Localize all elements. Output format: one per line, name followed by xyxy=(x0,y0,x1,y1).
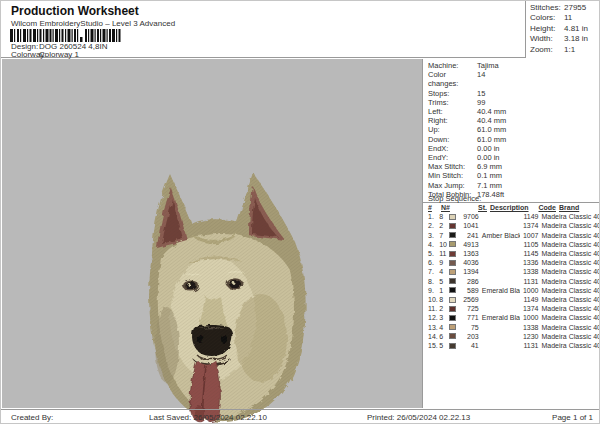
design-summary-box: Stitches:27955 Colors:11 Height:4.81 in … xyxy=(525,1,600,58)
thread-color-swatch xyxy=(449,324,456,330)
machine-info-row: Trims:99 xyxy=(428,98,600,107)
thread-color-swatch xyxy=(449,260,456,266)
thread-color-swatch xyxy=(449,232,456,238)
thread-color-swatch xyxy=(449,333,456,339)
machine-info-row: Right:40.4 mm xyxy=(428,116,600,125)
machine-info-row: Up:61.0 mm xyxy=(428,125,600,134)
thread-color-swatch xyxy=(449,223,456,229)
summary-row: Colors:11 xyxy=(530,13,600,23)
thread-color-swatch xyxy=(449,269,456,275)
thread-color-swatch xyxy=(449,315,456,321)
colorway-row: Colorway: Colorway 1 xyxy=(11,50,79,59)
header: Production Worksheet Wilcom EmbroiderySt… xyxy=(1,1,600,58)
stop-sequence-row: 8.52861131Madeira Classic 40 xyxy=(428,277,600,286)
stop-sequence-row: 7.413941338Madeira Classic 40 xyxy=(428,267,600,276)
stop-sequence-row: 10.825691149Madeira Classic 40 xyxy=(428,295,600,304)
thread-color-swatch xyxy=(449,287,456,293)
stop-sequence-row: 6.940361336Madeira Classic 40 xyxy=(428,258,600,267)
production-worksheet-page: Production Worksheet Wilcom EmbroiderySt… xyxy=(0,0,600,424)
thread-color-swatch xyxy=(449,251,456,257)
stop-sequence-row: 2.210411374Madeira Classic 40 xyxy=(428,221,600,230)
machine-info-row: EndX:0.00 in xyxy=(428,144,600,153)
thread-color-swatch xyxy=(449,306,456,312)
stop-sequence-row: 13.4751338Madeira Classic 40 xyxy=(428,323,600,332)
stop-sequence-row: 4.1049131105Madeira Classic 40 xyxy=(428,240,600,249)
production-details-panel: Machine:Tajima Color changes:14 Stops:15… xyxy=(422,59,600,408)
colorway-value: Colorway 1 xyxy=(39,50,79,59)
machine-info-row: Max Jump:7.1 mm xyxy=(428,181,600,190)
summary-row: Height:4.81 in xyxy=(530,24,600,34)
summary-row: Width:3.18 in xyxy=(530,34,600,44)
thread-color-swatch xyxy=(449,278,456,284)
embroidery-design-german-shepherd xyxy=(147,170,312,424)
page-title: Production Worksheet xyxy=(11,4,139,18)
summary-row: Stitches:27955 xyxy=(530,3,600,13)
footer: Created By: Last Saved: 26/05/2024 02.22… xyxy=(1,409,600,424)
thread-color-swatch xyxy=(449,297,456,303)
machine-info-row: EndY:0.00 in xyxy=(428,153,600,162)
thread-color-swatch xyxy=(449,214,456,220)
stop-sequence-row: 9.1589Emerald Black1000Madeira Classic 4… xyxy=(428,286,600,295)
stop-sequence-row: 5.1113631145Madeira Classic 40 xyxy=(428,249,600,258)
stop-sequence-header: # N# St. Description Code Brand xyxy=(428,203,600,212)
stop-sequence-row: 11.27251374Madeira Classic 40 xyxy=(428,304,600,313)
stop-sequence-row: 3.7241Amber Black1007Madeira Classic 40 xyxy=(428,231,600,240)
machine-info-section: Machine:Tajima Color changes:14 Stops:15… xyxy=(423,60,600,203)
machine-info-row: Stops:15 xyxy=(428,89,600,98)
stop-sequence-section: Stop Sequence: # N# St. Description Code… xyxy=(423,193,600,350)
machine-info-row: Machine:Tajima xyxy=(428,61,600,70)
machine-info-row: Down:61.0 mm xyxy=(428,135,600,144)
design-canvas xyxy=(2,59,422,408)
stop-sequence-row: 15.5411131Madeira Classic 40 xyxy=(428,341,600,350)
thread-color-swatch xyxy=(449,343,456,349)
machine-info-row: Min Stitch:0.1 mm xyxy=(428,171,600,180)
app-version-label: Wilcom EmbroideryStudio – Level 3 Advanc… xyxy=(11,19,175,28)
printed-label: Printed: 26/05/2024 02.22.13 xyxy=(367,413,470,422)
stop-sequence-row: 12.3771Emerald Black1000Madeira Classic … xyxy=(428,313,600,322)
page-number-label: Page 1 of 1 xyxy=(552,413,593,422)
machine-info-row: Left:40.4 mm xyxy=(428,107,600,116)
stop-sequence-row: 1.897061149Madeira Classic 40 xyxy=(428,212,600,221)
summary-row: Zoom:1:1 xyxy=(530,45,600,55)
machine-info-row: Color changes:14 xyxy=(428,70,600,88)
stop-sequence-row: 14.62031230Madeira Classic 40 xyxy=(428,332,600,341)
colorway-label: Colorway: xyxy=(11,50,39,59)
stop-sequence-title: Stop Sequence: xyxy=(428,194,600,203)
thread-color-swatch xyxy=(449,241,456,247)
created-by-label: Created By: xyxy=(11,413,53,422)
machine-info-row: Max Stitch:6.9 mm xyxy=(428,162,600,171)
last-saved-label: Last Saved: 26/05/2024 02.22.10 xyxy=(149,413,267,422)
